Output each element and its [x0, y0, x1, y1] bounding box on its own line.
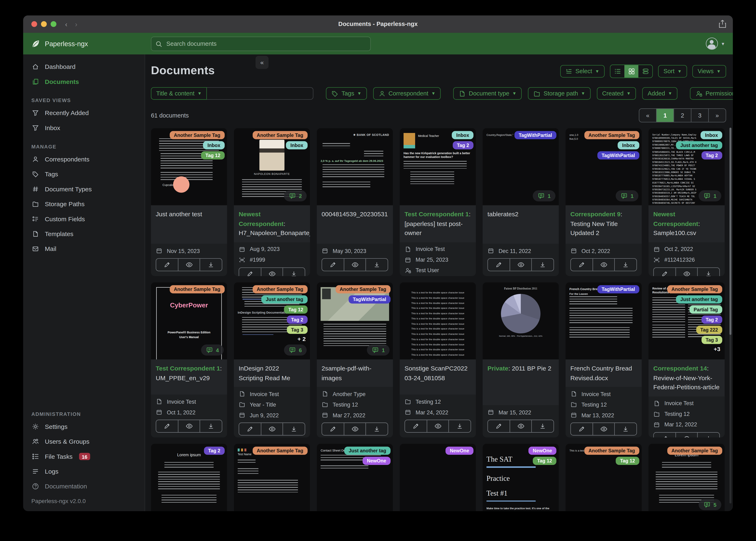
download-button[interactable]	[200, 259, 222, 271]
tag-badge[interactable]: Just another tag	[676, 295, 722, 303]
document-card[interactable]: Serial Number,Company Name,Employ 978818…	[649, 128, 725, 276]
download-button[interactable]	[283, 268, 305, 276]
tag-badge[interactable]: Inbox	[286, 141, 307, 150]
document-title[interactable]: Correspondent 14: Review-of-New-York-Fed…	[649, 359, 725, 396]
document-title[interactable]: InDesign 2022 Scripting Read Me	[234, 359, 310, 387]
document-title[interactable]: French Country Bread Revised.docx	[566, 359, 642, 387]
edit-button[interactable]	[488, 259, 509, 271]
tag-badge[interactable]: Tag 2	[287, 316, 307, 324]
document-card[interactable]: one,1.0 five,5.0 Another Sample TagInbox…	[566, 128, 642, 276]
preview-button[interactable]	[426, 420, 449, 432]
app-brand[interactable]: Paperless-ngx	[31, 39, 88, 48]
tag-badge[interactable]: Tag 12	[284, 305, 307, 313]
document-card[interactable]: ✺ BANK OF SCOTLAND2,0 % p. a. auf Ihr Ta…	[317, 128, 393, 276]
sidebar-item-correspondents[interactable]: Correspondents	[23, 152, 145, 167]
document-card[interactable]: Lorem ipsum Another Sample Tag 5	[649, 444, 725, 511]
tag-badge[interactable]: Another Sample Tag	[667, 285, 722, 293]
tag-badge[interactable]: TagWithPartial	[597, 151, 639, 160]
document-title[interactable]: 0004814539_20230531	[317, 205, 393, 244]
tag-badge[interactable]: Inbox	[203, 141, 225, 150]
preview-button[interactable]	[592, 259, 614, 271]
tag-badge[interactable]: NewOne	[363, 457, 391, 465]
document-title[interactable]: Correspondent 9: Testing New Title Updat…	[566, 205, 642, 244]
document-correspondent[interactable]: Correspondent 14	[653, 365, 707, 372]
user-menu[interactable]: ▼	[706, 38, 725, 50]
download-button[interactable]	[366, 423, 388, 435]
document-title[interactable]: tablerates2	[483, 205, 559, 244]
tag-badge[interactable]: Tag 3	[287, 326, 307, 334]
tag-badge[interactable]: Tag 2	[452, 141, 473, 150]
edit-button[interactable]	[322, 259, 344, 271]
search-input[interactable]	[165, 40, 366, 48]
filter-text-input[interactable]	[207, 87, 313, 100]
tag-badge[interactable]: Tag 2	[701, 316, 722, 324]
download-button[interactable]	[614, 423, 637, 435]
tag-badge[interactable]: TagWithPartial	[514, 131, 556, 139]
sort-button[interactable]: Sort▼	[658, 65, 687, 78]
tag-badge[interactable]: Tag 12	[201, 151, 225, 160]
download-button[interactable]	[449, 420, 471, 432]
sidebar-item-mail[interactable]: Mail	[23, 242, 145, 256]
document-correspondent[interactable]: Test Correspondent 1	[405, 211, 469, 218]
download-button[interactable]	[283, 423, 305, 435]
preview-button[interactable]	[675, 432, 697, 437]
document-card[interactable]: French Country BreadFor the Leaven TagWi…	[566, 282, 642, 437]
filter-created-button[interactable]: Created▼	[597, 87, 636, 100]
tag-badge[interactable]: Another Sample Tag	[252, 447, 308, 455]
sidebar-item-users-groups[interactable]: Users & Groups	[23, 434, 145, 449]
global-search[interactable]	[151, 37, 371, 51]
document-card[interactable]: Contact Sheet Demo Just another tagNewOn…	[317, 444, 393, 511]
tag-badge[interactable]: Tag 2	[204, 447, 225, 455]
sidebar-item-dashboard[interactable]: Dashboard	[23, 59, 145, 74]
tag-badge[interactable]: TagWithPartial	[348, 295, 391, 303]
view-grid-button[interactable]	[624, 65, 638, 78]
sidebar-item-templates[interactable]: Templates	[23, 227, 145, 241]
tag-badge[interactable]: Tag 2	[701, 151, 722, 160]
sidebar-item-settings[interactable]: Settings	[23, 419, 145, 434]
download-button[interactable]	[697, 268, 719, 276]
select-button[interactable]: Select▼	[560, 65, 605, 78]
preview-button[interactable]	[178, 259, 200, 271]
views-button[interactable]: Views▼	[692, 65, 726, 78]
sidebar-item-document-types[interactable]: Document Types	[23, 182, 145, 197]
document-card[interactable]: NAPOLEON BONAPARTE Another Sample TagInb…	[234, 128, 310, 276]
edit-button[interactable]	[571, 423, 592, 435]
document-card[interactable]: This is a test for the double space char…	[400, 282, 476, 437]
preview-button[interactable]	[509, 420, 532, 432]
document-title[interactable]: Newest Correspondent: Sample100.csv	[649, 205, 725, 242]
filter-tags-button[interactable]: Tags▼	[326, 87, 367, 100]
view-list-button[interactable]	[611, 65, 625, 78]
document-card[interactable]: The SATPracticeTest #1Make time to take …	[483, 444, 559, 511]
view-details-button[interactable]	[638, 65, 652, 78]
document-title[interactable]: Just another test	[151, 205, 227, 244]
preview-button[interactable]	[261, 268, 283, 276]
filter-added-button[interactable]: Added▼	[642, 87, 678, 100]
document-card[interactable]: This is a test Another Sample TagTag 12	[566, 444, 642, 511]
document-card[interactable]: Review of Arbitral Awards Shows Swift Re…	[649, 282, 725, 437]
filter-document-type-button[interactable]: Document type▼	[453, 87, 522, 100]
download-button[interactable]	[697, 432, 719, 437]
download-button[interactable]	[200, 420, 222, 432]
download-button[interactable]	[532, 259, 554, 271]
tag-badge[interactable]: Another Sample Tag	[252, 285, 308, 293]
tag-badge[interactable]: Just another tag	[261, 295, 308, 303]
edit-button[interactable]	[322, 423, 344, 435]
pagination-next-button[interactable]: »	[708, 109, 726, 122]
tag-badge[interactable]: Partial Tag	[689, 305, 722, 313]
edit-button[interactable]	[239, 268, 261, 276]
preview-button[interactable]	[178, 420, 200, 432]
filter-permissions-button[interactable]: Permissions▼	[690, 87, 733, 100]
tag-badge[interactable]: NewOne	[445, 447, 474, 455]
filter-storage-path-button[interactable]: Storage path▼	[528, 87, 591, 100]
tag-badge[interactable]: Another Sample Tag	[584, 131, 639, 139]
preview-button[interactable]	[344, 259, 366, 271]
download-button[interactable]	[366, 259, 388, 271]
tag-badge[interactable]: NewOne	[528, 447, 556, 455]
document-card[interactable]: Another Sample TagTagWithPartial 1 2samp…	[317, 282, 393, 437]
sidebar-item-recently-added[interactable]: Recently Added	[23, 106, 145, 120]
edit-button[interactable]	[654, 432, 675, 437]
edit-button[interactable]	[156, 259, 178, 271]
sidebar-item-inbox[interactable]: Inbox	[23, 120, 145, 135]
sidebar-item-storage-paths[interactable]: Storage Paths	[23, 197, 145, 211]
edit-button[interactable]	[488, 420, 509, 432]
